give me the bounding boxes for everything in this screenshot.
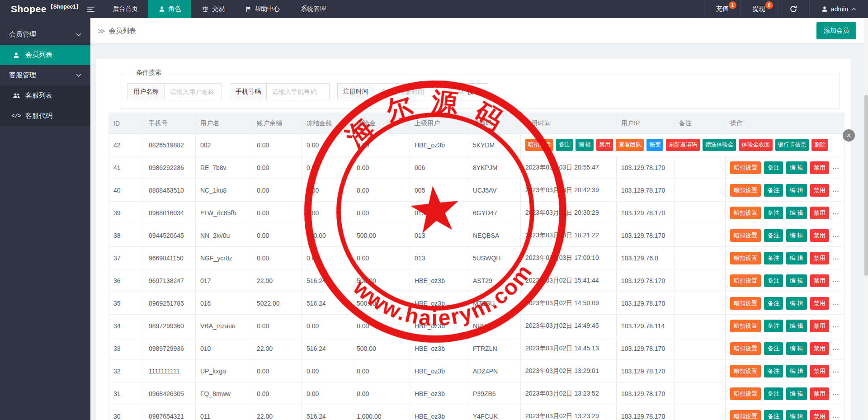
close-icon[interactable]: × (843, 129, 855, 142)
action-button[interactable]: 禁用 (810, 161, 829, 174)
action-button[interactable]: 备注 (764, 365, 783, 378)
action-button[interactable]: 编 辑 (786, 320, 807, 332)
action-button[interactable]: 暗扣设置 (730, 252, 761, 264)
action-button[interactable]: 备注 (764, 161, 783, 174)
scrollbar-thumb[interactable] (864, 95, 868, 276)
action-button[interactable]: 备注 (764, 387, 783, 400)
action-button[interactable]: 禁用 (810, 342, 829, 355)
action-button[interactable]: 体验金收回 (739, 139, 773, 151)
action-button[interactable]: 备注 (764, 297, 783, 310)
action-button[interactable]: 禁用 (596, 139, 613, 151)
more-actions[interactable]: ... (833, 412, 840, 419)
menu-toggle-icon[interactable] (80, 0, 102, 18)
action-button[interactable]: 禁用 (810, 229, 829, 242)
action-button[interactable]: 暗扣设置 (730, 274, 761, 287)
action-button[interactable]: 备注 (764, 320, 783, 332)
more-actions[interactable]: ... (833, 231, 840, 238)
more-actions[interactable]: ... (833, 254, 840, 261)
sidebar-group-header[interactable]: 客服管理 (0, 65, 90, 85)
more-actions[interactable]: ... (833, 321, 840, 329)
sidebar-item[interactable]: 会员列表 (0, 45, 90, 65)
add-member-button[interactable]: 添加会员 (816, 22, 856, 39)
action-button[interactable]: 暗扣设置 (730, 161, 761, 174)
sidebar-item[interactable]: 客服列表 (0, 85, 90, 106)
action-button[interactable]: 编 辑 (786, 297, 807, 310)
action-button[interactable]: 编 辑 (786, 161, 807, 174)
sidebar-item[interactable]: </>客服代码 (0, 106, 90, 126)
action-button[interactable]: 禁用 (810, 184, 829, 197)
cell-balance: 0.00 (252, 247, 302, 269)
action-button[interactable]: 备注 (764, 229, 783, 242)
action-button[interactable]: 赠送体验金 (703, 139, 736, 151)
action-button[interactable]: 编 辑 (786, 207, 807, 219)
action-button[interactable]: 暗扣设置 (525, 139, 553, 151)
topnav-item[interactable]: 交易 (191, 0, 235, 18)
action-button[interactable]: 备注 (764, 342, 783, 355)
search-field-input[interactable] (374, 83, 443, 100)
recharge-badge: 1 (729, 1, 736, 9)
action-button[interactable]: 禁用 (810, 207, 829, 219)
topnav-item[interactable]: 角色 (148, 0, 191, 18)
scrollbar-track[interactable] (864, 18, 868, 420)
action-button[interactable]: 禁用 (810, 387, 829, 400)
action-button[interactable]: 编 辑 (786, 387, 807, 400)
refresh-button[interactable] (777, 0, 809, 18)
action-button[interactable]: 编 辑 (786, 229, 807, 242)
action-button[interactable]: 备注 (764, 252, 783, 264)
search-button[interactable]: 搜 索 (452, 83, 488, 100)
action-button[interactable]: 刷新邀请码 (666, 139, 700, 151)
action-button[interactable]: 暗扣设置 (730, 365, 761, 378)
action-button[interactable]: 编 辑 (786, 342, 807, 355)
recharge-button[interactable]: 充值 1 (704, 0, 741, 18)
action-button[interactable]: 编 辑 (786, 365, 807, 378)
action-button[interactable]: 暗扣设置 (730, 184, 761, 197)
cell-note (675, 405, 726, 420)
action-button[interactable]: 备注 (764, 184, 783, 197)
more-actions[interactable]: ... (833, 344, 840, 351)
action-button[interactable]: 禁用 (810, 365, 829, 378)
action-button[interactable]: 编 辑 (786, 274, 807, 287)
topnav-item[interactable]: 后台首页 (102, 0, 148, 18)
cell-username: 010 (196, 337, 252, 360)
action-button[interactable]: 暗扣设置 (730, 207, 761, 219)
action-button[interactable]: 禁用 (810, 297, 829, 310)
action-button[interactable]: 暗扣设置 (730, 320, 761, 332)
search-field-input[interactable] (266, 83, 330, 100)
action-button[interactable]: 暗扣设置 (730, 342, 761, 355)
topnav-item[interactable]: 帮助中心 (235, 0, 290, 18)
action-button[interactable]: 暗扣设置 (730, 387, 761, 400)
action-button[interactable]: 银行卡信息 (775, 139, 809, 151)
action-button[interactable]: 备注 (764, 207, 783, 219)
action-button[interactable]: 禁用 (810, 410, 829, 420)
action-button[interactable]: 编 辑 (786, 410, 807, 420)
user-menu[interactable]: admin (809, 0, 868, 18)
action-button[interactable]: 编 辑 (576, 139, 594, 151)
more-actions[interactable]: ... (833, 208, 840, 216)
more-actions[interactable]: ... (833, 367, 840, 374)
action-button[interactable]: 禁用 (810, 252, 829, 264)
more-actions[interactable]: ... (833, 389, 840, 396)
action-button[interactable]: 查看团队 (616, 139, 644, 151)
more-actions[interactable]: ... (833, 276, 840, 283)
more-actions[interactable]: ... (833, 163, 840, 170)
cell-balance: 0.00 (252, 224, 302, 247)
action-button[interactable]: 备注 (556, 139, 573, 151)
action-button[interactable]: 账变 (646, 139, 663, 151)
cell-trial: 0.00 (352, 382, 410, 405)
more-actions[interactable]: ... (833, 186, 840, 193)
action-button[interactable]: 禁用 (810, 320, 829, 332)
action-button[interactable]: 编 辑 (786, 252, 807, 264)
action-button[interactable]: 删除 (811, 139, 828, 151)
sidebar-group-header[interactable]: 会员管理 (0, 24, 90, 45)
withdraw-button[interactable]: 提现 8 (741, 0, 777, 18)
action-button[interactable]: 备注 (764, 410, 783, 420)
action-button[interactable]: 禁用 (810, 274, 829, 287)
action-button[interactable]: 暗扣设置 (730, 297, 761, 310)
more-actions[interactable]: ... (833, 299, 840, 306)
action-button[interactable]: 暗扣设置 (730, 229, 761, 242)
topnav-item[interactable]: 系统管理 (290, 0, 336, 18)
action-button[interactable]: 编 辑 (786, 184, 807, 197)
action-button[interactable]: 暗扣设置 (730, 410, 761, 420)
action-button[interactable]: 备注 (764, 274, 783, 287)
search-field-input[interactable] (164, 83, 222, 100)
